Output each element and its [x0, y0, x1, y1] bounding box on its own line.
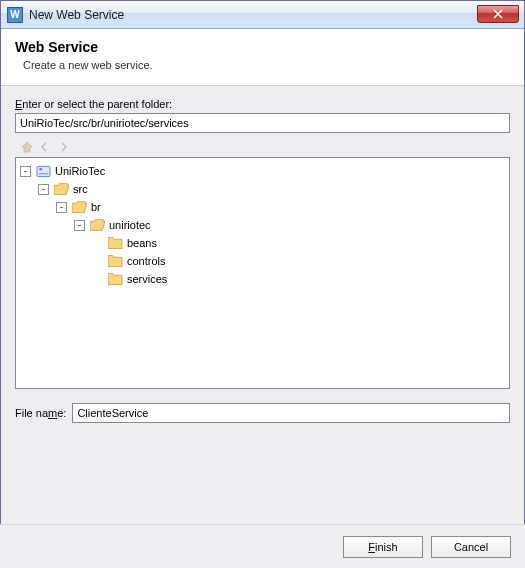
close-icon — [493, 9, 503, 19]
collapse-icon[interactable]: - — [38, 184, 49, 195]
titlebar: W New Web Service — [1, 1, 524, 29]
tree-node-folder[interactable]: services — [92, 270, 507, 288]
folder-tree[interactable]: - UniRioTec - — [15, 157, 510, 389]
file-name-label: File name: — [15, 407, 66, 419]
app-icon: W — [7, 7, 23, 23]
tree-nav-toolbar — [15, 139, 510, 155]
folder-icon — [107, 254, 123, 268]
page-title: Web Service — [15, 39, 510, 55]
tree-label: src — [71, 180, 90, 198]
tree-node-folder[interactable]: - src — [38, 180, 507, 198]
tree-node-project[interactable]: - UniRioTec — [20, 162, 507, 180]
tree-label: UniRioTec — [53, 162, 107, 180]
close-button[interactable] — [477, 5, 519, 23]
svg-rect-0 — [36, 166, 49, 176]
tree-label: controls — [125, 252, 168, 270]
tree-label: br — [89, 198, 103, 216]
parent-folder-label: Enter or select the parent folder: — [15, 98, 510, 110]
forward-icon[interactable] — [55, 139, 71, 155]
button-bar: Finish Cancel — [0, 524, 525, 568]
wizard-content: Enter or select the parent folder: - — [1, 86, 524, 429]
svg-point-1 — [39, 168, 42, 171]
collapse-icon[interactable]: - — [20, 166, 31, 177]
tree-node-folder[interactable]: beans — [92, 234, 507, 252]
window-title: New Web Service — [29, 8, 124, 22]
wizard-header: Web Service Create a new web service. — [1, 29, 524, 86]
folder-icon — [107, 236, 123, 250]
tree-node-folder[interactable]: - br — [56, 198, 507, 216]
project-icon — [35, 164, 51, 178]
folder-open-icon — [53, 182, 69, 196]
collapse-icon[interactable]: - — [56, 202, 67, 213]
collapse-icon[interactable]: - — [74, 220, 85, 231]
tree-node-folder[interactable]: controls — [92, 252, 507, 270]
back-icon[interactable] — [37, 139, 53, 155]
cancel-button[interactable]: Cancel — [431, 536, 511, 558]
folder-open-icon — [71, 200, 87, 214]
page-subtitle: Create a new web service. — [23, 59, 510, 71]
file-name-input[interactable] — [72, 403, 510, 423]
tree-node-folder[interactable]: - uniriotec — [74, 216, 507, 234]
tree-label: beans — [125, 234, 159, 252]
parent-folder-input[interactable] — [15, 113, 510, 133]
folder-open-icon — [89, 218, 105, 232]
tree-label: uniriotec — [107, 216, 153, 234]
folder-icon — [107, 272, 123, 286]
finish-button[interactable]: Finish — [343, 536, 423, 558]
home-icon[interactable] — [19, 139, 35, 155]
tree-label: services — [125, 270, 169, 288]
